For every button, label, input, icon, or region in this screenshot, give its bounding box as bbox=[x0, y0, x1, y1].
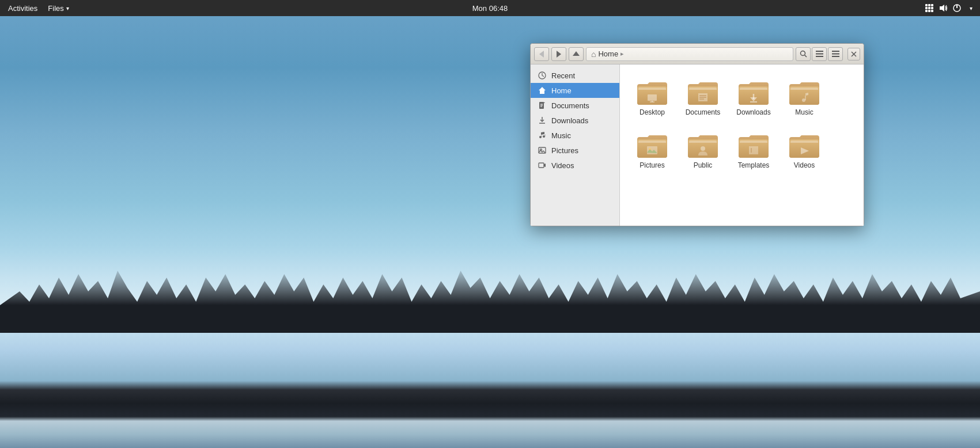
sidebar: Recent Home bbox=[531, 64, 620, 226]
folder-name-downloads: Downloads bbox=[736, 108, 770, 117]
titlebar-actions bbox=[796, 47, 843, 61]
list-view-button[interactable] bbox=[812, 47, 827, 61]
file-manager-body: Recent Home bbox=[531, 64, 864, 226]
folder-icon-public bbox=[687, 131, 719, 159]
folder-item-desktop[interactable]: Desktop bbox=[629, 74, 675, 122]
location-bar: ⌂ Home ▸ bbox=[586, 47, 793, 61]
back-button[interactable] bbox=[534, 47, 549, 61]
svg-point-34 bbox=[539, 136, 542, 138]
sidebar-item-music[interactable]: Music bbox=[531, 128, 619, 143]
panel-left: Activities Files ▾ bbox=[0, 3, 73, 14]
folder-name-public: Public bbox=[694, 161, 713, 170]
svg-point-35 bbox=[543, 135, 545, 138]
sidebar-home-label: Home bbox=[551, 86, 572, 95]
svg-point-55 bbox=[701, 146, 705, 151]
files-menu-label: Files bbox=[48, 4, 63, 13]
sidebar-downloads-label: Downloads bbox=[551, 116, 588, 125]
file-manager-window: ⌂ Home ▸ bbox=[530, 43, 864, 226]
sidebar-item-videos[interactable]: Videos bbox=[531, 158, 619, 173]
svg-rect-1 bbox=[928, 4, 930, 6]
svg-marker-14 bbox=[573, 51, 580, 56]
svg-rect-0 bbox=[925, 4, 928, 6]
location-arrow: ▸ bbox=[620, 50, 624, 58]
search-button[interactable] bbox=[796, 47, 811, 61]
svg-rect-19 bbox=[816, 56, 823, 57]
folder-item-music[interactable]: Music bbox=[781, 74, 827, 122]
svg-point-15 bbox=[800, 51, 805, 56]
svg-line-16 bbox=[804, 55, 807, 58]
music-icon bbox=[538, 131, 547, 140]
svg-rect-40 bbox=[539, 163, 544, 168]
folder-icon-documents bbox=[687, 78, 719, 106]
folder-icon-pictures bbox=[636, 131, 668, 159]
svg-rect-20 bbox=[832, 51, 839, 52]
sound-icon[interactable] bbox=[939, 3, 948, 13]
home-icon bbox=[538, 86, 547, 95]
svg-rect-18 bbox=[816, 54, 823, 55]
power-icon[interactable] bbox=[952, 3, 962, 13]
pictures-icon bbox=[538, 146, 547, 155]
svg-marker-12 bbox=[539, 51, 544, 58]
downloads-icon bbox=[538, 116, 547, 125]
close-button[interactable] bbox=[847, 48, 860, 60]
sidebar-documents-label: Documents bbox=[551, 101, 589, 110]
parent-button[interactable] bbox=[569, 47, 584, 61]
svg-marker-26 bbox=[539, 87, 546, 94]
panel-clock: Mon 06:48 bbox=[472, 4, 508, 13]
svg-marker-28 bbox=[544, 102, 545, 103]
files-menu-arrow: ▾ bbox=[66, 5, 69, 12]
svg-marker-41 bbox=[544, 164, 546, 167]
folder-name-documents: Documents bbox=[686, 108, 721, 117]
folder-icon-videos bbox=[788, 131, 820, 159]
folder-item-documents[interactable]: Documents bbox=[680, 74, 726, 122]
panel-arrow-icon[interactable]: ▾ bbox=[966, 3, 975, 13]
videos-icon bbox=[538, 161, 547, 170]
top-panel: Activities Files ▾ Mon 06:48 bbox=[0, 0, 980, 16]
folder-name-videos: Videos bbox=[794, 161, 815, 170]
clock-label: Mon 06:48 bbox=[472, 4, 508, 13]
svg-rect-4 bbox=[928, 7, 930, 9]
sidebar-recent-label: Recent bbox=[551, 71, 575, 80]
folder-item-public[interactable]: Public bbox=[680, 127, 726, 175]
folder-icon-music bbox=[788, 78, 820, 106]
recent-icon bbox=[538, 71, 547, 80]
panel-right: ▾ bbox=[925, 3, 980, 13]
folder-name-templates: Templates bbox=[738, 161, 770, 170]
sidebar-videos-label: Videos bbox=[551, 161, 574, 170]
svg-marker-9 bbox=[940, 5, 944, 12]
svg-rect-5 bbox=[931, 7, 933, 9]
documents-icon bbox=[538, 101, 547, 110]
folder-name-desktop: Desktop bbox=[640, 108, 665, 117]
svg-rect-22 bbox=[832, 56, 839, 57]
sidebar-item-documents[interactable]: Documents bbox=[531, 98, 619, 113]
sidebar-item-home[interactable]: Home bbox=[531, 83, 619, 98]
location-label: Home bbox=[598, 50, 618, 58]
folder-icon-desktop bbox=[636, 78, 668, 106]
svg-rect-42 bbox=[648, 94, 657, 101]
svg-rect-7 bbox=[928, 10, 930, 12]
sidebar-pictures-label: Pictures bbox=[551, 146, 578, 155]
svg-marker-13 bbox=[557, 51, 561, 58]
forward-button[interactable] bbox=[551, 47, 566, 61]
svg-rect-8 bbox=[931, 10, 933, 12]
svg-rect-21 bbox=[832, 54, 839, 55]
svg-rect-2 bbox=[931, 4, 933, 6]
sidebar-item-recent[interactable]: Recent bbox=[531, 68, 619, 83]
network-icon[interactable] bbox=[925, 3, 934, 13]
files-menu[interactable]: Files ▾ bbox=[44, 3, 72, 14]
file-grid: Desktop Documents bbox=[620, 64, 864, 226]
titlebar: ⌂ Home ▸ bbox=[531, 44, 864, 64]
svg-rect-52 bbox=[647, 146, 657, 154]
folder-item-templates[interactable]: Templates bbox=[731, 127, 777, 175]
folder-item-downloads[interactable]: Downloads bbox=[731, 74, 777, 122]
hamburger-menu-button[interactable] bbox=[828, 47, 843, 61]
folder-name-pictures: Pictures bbox=[640, 161, 664, 170]
folder-icon-templates bbox=[737, 131, 770, 159]
sidebar-item-downloads[interactable]: Downloads bbox=[531, 113, 619, 128]
activities-button[interactable]: Activities bbox=[3, 3, 42, 14]
folder-item-videos[interactable]: Videos bbox=[781, 127, 827, 175]
sidebar-item-pictures[interactable]: Pictures bbox=[531, 143, 619, 158]
folder-item-pictures[interactable]: Pictures bbox=[629, 127, 675, 175]
sidebar-music-label: Music bbox=[551, 131, 571, 140]
location-home-icon: ⌂ bbox=[591, 50, 596, 59]
